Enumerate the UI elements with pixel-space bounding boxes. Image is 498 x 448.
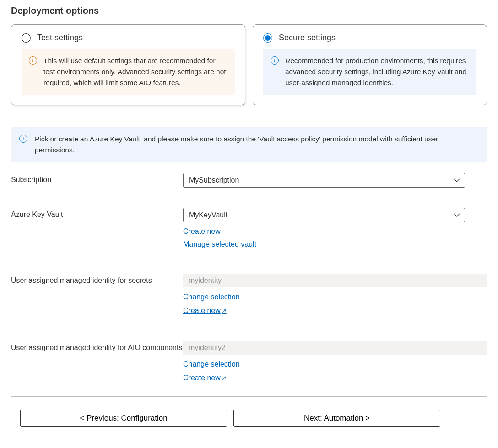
radio-test[interactable] xyxy=(22,33,31,43)
chevron-down-icon xyxy=(454,178,460,183)
info-text-secure: Recommended for production environments,… xyxy=(285,55,469,88)
option-header-test: Test settings xyxy=(22,33,235,43)
link-identity-aio-create[interactable]: Create new↗ xyxy=(183,371,487,385)
chevron-down-icon xyxy=(454,213,460,217)
row-identity-secrets: User assigned managed identity for secre… xyxy=(11,274,487,318)
previous-button[interactable]: < Previous: Configuration xyxy=(20,410,227,427)
option-header-secure: Secure settings xyxy=(263,33,476,43)
link-key-vault-manage[interactable]: Manage selected vault xyxy=(183,238,487,251)
external-link-icon: ↗ xyxy=(222,375,227,382)
next-button[interactable]: Next: Automation > xyxy=(233,410,440,427)
link-identity-secrets-change[interactable]: Change selection xyxy=(183,290,487,304)
radio-secure[interactable] xyxy=(263,33,272,43)
row-subscription: Subscription MySubscription xyxy=(11,173,487,188)
option-card-test[interactable]: Test settings i This will use default se… xyxy=(11,24,245,105)
option-title-test: Test settings xyxy=(37,33,83,43)
info-box-test: i This will use default settings that ar… xyxy=(22,49,235,95)
deployment-options-row: Test settings i This will use default se… xyxy=(11,24,487,105)
row-key-vault: Azure Key Vault MyKeyVault Create new Ma… xyxy=(11,208,487,251)
external-link-icon: ↗ xyxy=(222,308,227,314)
footer-buttons: < Previous: Configuration Next: Automati… xyxy=(11,410,487,427)
option-title-secure: Secure settings xyxy=(279,33,336,43)
field-identity-secrets: myidentity xyxy=(183,274,487,287)
label-subscription: Subscription xyxy=(11,173,183,184)
label-identity-secrets: User assigned managed identity for secre… xyxy=(11,274,183,285)
info-icon: i xyxy=(29,56,37,65)
link-identity-secrets-create[interactable]: Create new↗ xyxy=(183,304,487,318)
info-box-secure: i Recommended for production environment… xyxy=(263,49,476,95)
dropdown-key-vault[interactable]: MyKeyVault xyxy=(183,208,465,222)
info-icon: i xyxy=(19,135,27,143)
link-identity-aio-change[interactable]: Change selection xyxy=(183,357,487,371)
dropdown-subscription-value: MySubscription xyxy=(189,176,239,184)
info-icon: i xyxy=(271,56,279,65)
row-identity-aio: User assigned managed identity for AIO c… xyxy=(11,341,487,385)
info-text-test: This will use default settings that are … xyxy=(43,55,227,88)
dropdown-subscription[interactable]: MySubscription xyxy=(183,173,465,188)
page-title: Deployment options xyxy=(11,5,487,16)
link-key-vault-create[interactable]: Create new xyxy=(183,225,487,238)
label-key-vault: Azure Key Vault xyxy=(11,208,183,219)
label-identity-aio: User assigned managed identity for AIO c… xyxy=(11,341,183,352)
field-identity-aio: myidentity2 xyxy=(183,341,487,355)
option-card-secure[interactable]: Secure settings i Recommended for produc… xyxy=(253,24,487,105)
dropdown-key-vault-value: MyKeyVault xyxy=(189,211,227,219)
footer-separator xyxy=(11,396,487,397)
key-vault-banner: i Pick or create an Azure Key Vault, and… xyxy=(11,127,487,162)
banner-text: Pick or create an Azure Key Vault, and p… xyxy=(35,134,479,156)
